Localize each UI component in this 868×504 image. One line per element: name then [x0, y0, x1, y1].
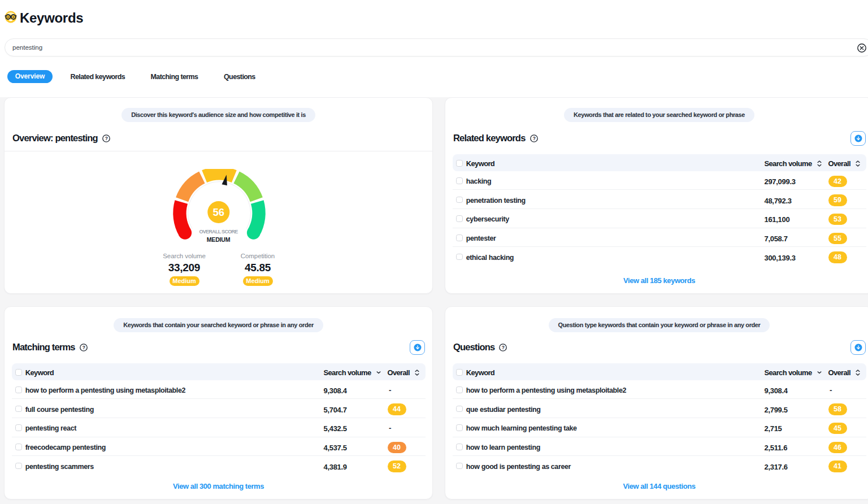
svg-text:?: ? [105, 136, 108, 141]
svg-text:?: ? [83, 345, 85, 350]
svg-text:?: ? [502, 345, 505, 350]
svg-text:?: ? [532, 136, 535, 141]
svg-text:56: 56 [212, 206, 224, 218]
